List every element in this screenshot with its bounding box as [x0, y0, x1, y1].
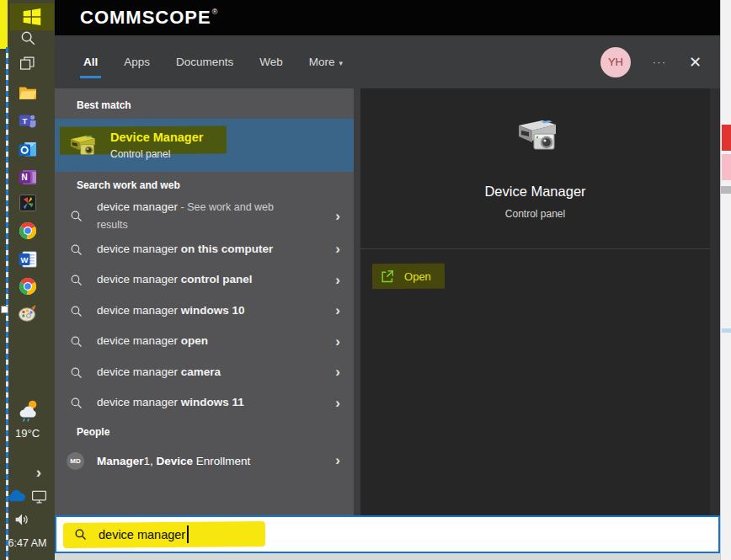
search-input-value: device manager	[99, 528, 185, 541]
screen: TNW 19°C › 6:47 AM COMMSCOPE ® AllAppsDo…	[0, 0, 731, 560]
volume-icon[interactable]	[13, 510, 31, 529]
chevron-right-icon: ›	[335, 208, 340, 225]
suggestion-text: device manager open	[97, 333, 208, 350]
search-suggestion[interactable]: device manager control panel›	[55, 264, 354, 296]
suggestion-text: device manager windows 11	[97, 394, 244, 412]
search-suggestion[interactable]: device manager windows 10›	[55, 296, 354, 327]
svg-text:N: N	[21, 173, 27, 182]
search-suggestion[interactable]: device manager on this computer›	[55, 234, 354, 265]
preview-edge-column	[710, 88, 720, 515]
open-action-button[interactable]: Open	[372, 264, 445, 290]
search-icon	[73, 527, 88, 541]
background-window-sliver	[720, 0, 731, 560]
device-manager-icon	[63, 127, 100, 164]
commscope-logo: COMMSCOPE	[80, 7, 211, 29]
close-button[interactable]: ✕	[689, 53, 702, 72]
gray-divider	[721, 186, 731, 194]
suggestion-text: device manager control panel	[97, 271, 253, 289]
search-suggestion[interactable]: device manager open›	[55, 326, 354, 357]
tab-label: All	[83, 56, 98, 68]
chevron-right-icon: ›	[335, 452, 340, 469]
chevron-right-icon: ›	[335, 333, 340, 350]
preview-panel: Device Manager Control panel Open	[360, 88, 710, 515]
chevron-right-icon: ›	[335, 364, 340, 381]
tab-web[interactable]: Web	[258, 51, 285, 73]
overflow-menu-button[interactable]: ···	[653, 57, 667, 67]
best-match-title: Device Manager	[110, 131, 203, 144]
search-filter-tabbar: AllAppsDocumentsWebMore▾ YH ··· ✕	[55, 35, 720, 88]
preview-subtitle: Control panel	[360, 208, 710, 220]
search-icon	[69, 209, 83, 223]
svg-text:T: T	[22, 116, 27, 125]
search-icon	[69, 334, 83, 349]
tab-label: Web	[259, 56, 283, 68]
device-manager-large-icon	[360, 109, 710, 163]
search-icon	[69, 243, 83, 257]
search-suggestion[interactable]: device manager camera›	[55, 357, 354, 388]
preview-title: Device Manager	[360, 184, 710, 200]
suggestion-list: device manager - See work and web result…	[55, 199, 354, 419]
chrome-2-icon	[18, 276, 38, 296]
svg-text:W: W	[20, 255, 28, 264]
preview-divider	[360, 248, 710, 249]
search-icon	[69, 304, 83, 318]
open-external-icon	[380, 269, 395, 284]
person-initials-badge: MD	[67, 452, 84, 470]
best-match-header: Best match	[55, 92, 354, 119]
photos-icon	[18, 193, 38, 213]
search-suggestion[interactable]: device manager windows 11›	[55, 387, 354, 419]
people-section-header: People	[55, 419, 354, 445]
user-avatar[interactable]: YH	[600, 47, 631, 77]
people-list: MDManager1, Device Enrollment›	[55, 445, 354, 477]
people-result[interactable]: MDManager1, Device Enrollment›	[55, 445, 354, 477]
onenote-icon: N	[18, 167, 38, 187]
taskbar: TNW 19°C › 6:47 AM	[0, 0, 55, 560]
chrome-icon	[18, 221, 38, 241]
registered-trademark: ®	[212, 8, 218, 16]
tab-list: AllAppsDocumentsWebMore▾	[82, 51, 344, 73]
tab-label: More	[309, 56, 335, 68]
person-name: Manager1, Device Enrollment	[97, 455, 250, 467]
network-icon[interactable]	[30, 487, 48, 506]
tab-documents[interactable]: Documents	[174, 51, 235, 73]
file-explorer-icon	[18, 83, 38, 103]
search-results-panel: Best match Device Manager Control panel …	[55, 88, 354, 515]
weather-icon	[15, 397, 40, 423]
suggestion-text: device manager windows 10	[97, 302, 245, 320]
red-element	[722, 125, 731, 151]
annotation-selection-handle	[1, 306, 8, 313]
search-icon	[69, 396, 83, 410]
brand-bar: COMMSCOPE ®	[55, 0, 720, 35]
tab-more[interactable]: More▾	[307, 51, 344, 73]
pink-element	[722, 154, 731, 180]
tab-apps[interactable]: Apps	[122, 51, 152, 73]
teams-icon: T	[18, 110, 38, 131]
search-input[interactable]: device manager	[55, 515, 720, 553]
open-action-label: Open	[404, 269, 431, 282]
chevron-right-icon: ›	[335, 395, 340, 412]
search-flyout: AllAppsDocumentsWebMore▾ YH ··· ✕ Best m…	[55, 35, 720, 553]
search-icon	[69, 273, 83, 287]
suggestion-text: device manager - See work and web result…	[97, 199, 299, 234]
best-match-result[interactable]: Device Manager Control panel	[55, 119, 354, 172]
outlook-icon	[18, 139, 38, 159]
chevron-right-icon: ›	[335, 302, 340, 319]
onedrive-icon[interactable]	[7, 487, 26, 506]
windows-logo-icon	[21, 6, 43, 28]
search-icon	[19, 29, 37, 47]
taskbar-search-button[interactable]	[0, 26, 55, 50]
web-section-header: Search work and web	[55, 172, 354, 199]
text-caret	[187, 525, 189, 543]
blue-dashed-annotation-line	[6, 47, 8, 560]
panel-divider	[354, 88, 360, 515]
bottom-strip	[55, 553, 720, 560]
tab-all[interactable]: All	[82, 51, 99, 73]
word-icon: W	[18, 249, 38, 269]
search-suggestion[interactable]: device manager - See work and web result…	[55, 199, 354, 234]
tab-label: Documents	[176, 56, 233, 68]
chevron-right-icon: ›	[335, 272, 340, 289]
yellow-annotation-sliver	[0, 0, 8, 49]
chevron-down-icon: ▾	[339, 59, 344, 67]
show-hidden-icons-chevron[interactable]: ›	[29, 463, 49, 482]
search-icon	[69, 365, 83, 380]
